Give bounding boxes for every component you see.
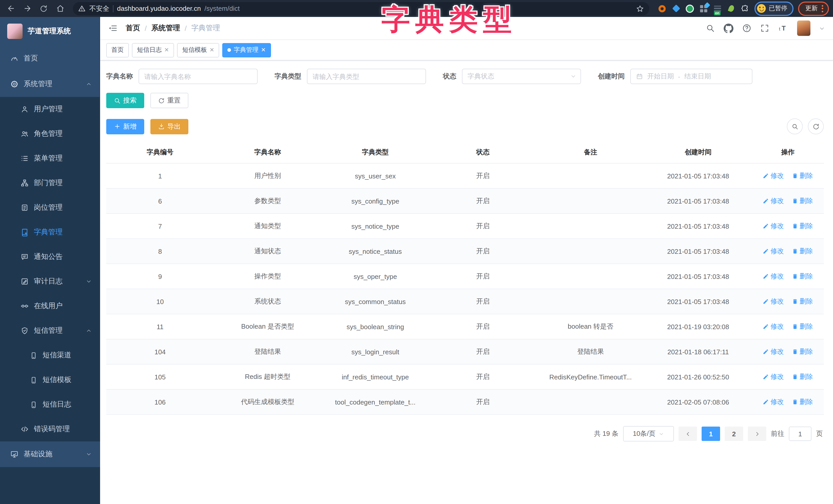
cell-type-link[interactable]: sys_notice_type — [322, 213, 429, 239]
tab-sms-log[interactable]: 短信日志✕ — [132, 43, 174, 57]
extension-green-icon[interactable] — [685, 4, 694, 13]
sidebar-item-posts[interactable]: 岗位管理 — [0, 195, 100, 220]
chevron-down-icon[interactable] — [819, 25, 825, 31]
edit-button[interactable]: 修改 — [763, 372, 784, 381]
delete-button[interactable]: 删除 — [792, 171, 813, 180]
sidebar-item-sms-log[interactable]: 短信日志 — [0, 392, 100, 417]
delete-button[interactable]: 删除 — [792, 397, 813, 407]
add-button[interactable]: 新增 — [106, 119, 144, 134]
sidebar-item-online-users[interactable]: 在线用户 — [0, 294, 100, 319]
edit-button[interactable]: 修改 — [763, 297, 784, 306]
font-size-icon[interactable]: tT — [778, 24, 788, 33]
reset-button[interactable]: 重置 — [150, 93, 188, 108]
sidebar-item-dict[interactable]: 字典管理 — [0, 220, 100, 245]
edit-button[interactable]: 修改 — [763, 196, 784, 206]
sidebar-item-users[interactable]: 用户管理 — [0, 97, 100, 122]
dict-table-body: 1 用户性别 sys_user_sex 开启 2021-01-05 17:03:… — [106, 163, 824, 414]
refresh-table-button[interactable] — [808, 119, 824, 134]
date-range-picker[interactable]: 开始日期 - 结束日期 — [630, 69, 753, 84]
cell-type-link[interactable]: sys_notice_status — [322, 239, 429, 264]
browser-forward-button[interactable] — [21, 2, 34, 15]
edit-button[interactable]: 修改 — [763, 322, 784, 331]
goto-page-input[interactable] — [789, 427, 811, 441]
delete-button[interactable]: 删除 — [792, 322, 813, 331]
browser-menu-icon[interactable] — [820, 5, 825, 12]
fullscreen-icon[interactable] — [760, 24, 769, 33]
delete-button[interactable]: 删除 — [792, 297, 813, 306]
browser-reload-button[interactable] — [37, 2, 50, 15]
update-button[interactable]: 更新 — [798, 1, 829, 16]
sidebar-item-menus[interactable]: 菜单管理 — [0, 146, 100, 171]
next-page-button[interactable] — [748, 427, 766, 441]
extension-gem-icon[interactable] — [671, 4, 681, 13]
show-search-button[interactable] — [787, 119, 803, 134]
browser-home-button[interactable] — [53, 2, 67, 15]
delete-button[interactable]: 删除 — [792, 347, 813, 356]
page-button-1[interactable]: 1 — [701, 427, 720, 441]
prev-page-button[interactable] — [679, 427, 697, 441]
breadcrumb-home[interactable]: 首页 — [126, 24, 140, 33]
sidebar-item-error-codes[interactable]: 错误码管理 — [0, 417, 100, 442]
page-button-2[interactable]: 2 — [725, 427, 743, 441]
cell-type-link[interactable]: inf_redis_timeout_type — [322, 364, 429, 389]
tab-label: 短信模板 — [182, 46, 207, 54]
delete-button[interactable]: 删除 — [792, 222, 813, 231]
github-icon[interactable] — [724, 23, 733, 33]
sidebar-group-audit-log[interactable]: 审计日志 — [0, 269, 100, 294]
cell-type-link[interactable]: sys_common_status — [322, 289, 429, 314]
tab-dict[interactable]: 字典管理✕ — [222, 43, 271, 57]
sidebar-item-sms-channel[interactable]: 短信渠道 — [0, 343, 100, 368]
sidebar-group-infrastructure[interactable]: 基础设施 — [0, 442, 100, 467]
edit-button[interactable]: 修改 — [763, 171, 784, 180]
delete-button[interactable]: 删除 — [792, 272, 813, 281]
sidebar-item-notices[interactable]: 通知公告 — [0, 245, 100, 269]
cell-type-link[interactable]: sys_oper_type — [322, 264, 429, 289]
extension-grid-icon[interactable] — [699, 4, 708, 13]
extension-orange-icon[interactable] — [658, 4, 667, 13]
sidebar-item-departments[interactable]: 部门管理 — [0, 171, 100, 195]
close-icon[interactable]: ✕ — [209, 47, 214, 53]
tab-home[interactable]: 首页 — [106, 43, 129, 57]
tab-sms-template[interactable]: 短信模板✕ — [177, 43, 219, 57]
browser-back-button[interactable] — [4, 2, 18, 15]
cell-type-link[interactable]: tool_codegen_template_t... — [322, 389, 429, 414]
help-icon[interactable] — [742, 24, 752, 33]
sidebar-item-home[interactable]: 首页 — [0, 46, 100, 71]
edit-button[interactable]: 修改 — [763, 247, 784, 256]
arrow-right-icon — [23, 4, 31, 13]
address-bar[interactable]: 不安全 dashboard.yudao.iocoder.cn/system/di… — [73, 2, 649, 15]
sidebar-item-sms-template[interactable]: 短信模板 — [0, 368, 100, 392]
page-size-select[interactable]: 10条/页 — [623, 426, 674, 442]
dict-name-input[interactable] — [139, 69, 258, 84]
bookmark-star-icon[interactable] — [636, 4, 644, 12]
extensions-puzzle-icon[interactable] — [741, 4, 750, 13]
cell-type-link[interactable]: sys_boolean_string — [322, 314, 429, 339]
status-select[interactable]: 字典状态 — [462, 69, 581, 84]
delete-button[interactable]: 删除 — [792, 372, 813, 381]
sidebar-group-system[interactable]: 系统管理 — [0, 71, 100, 97]
sidebar-fold-button[interactable] — [105, 22, 122, 35]
extension-on-icon[interactable]: on — [713, 4, 722, 13]
edit-button[interactable]: 修改 — [763, 272, 784, 281]
cell-type-link[interactable]: sys_config_type — [322, 188, 429, 213]
edit-button[interactable]: 修改 — [763, 222, 784, 231]
sidebar-item-roles[interactable]: 角色管理 — [0, 122, 100, 146]
close-icon[interactable]: ✕ — [164, 47, 169, 53]
cell-name: 登陆结果 — [214, 339, 321, 364]
profile-chip[interactable]: 已暂停 — [755, 1, 793, 16]
edit-button[interactable]: 修改 — [763, 347, 784, 356]
breadcrumb-system[interactable]: 系统管理 — [151, 24, 180, 33]
dict-type-input[interactable] — [307, 69, 426, 84]
export-button[interactable]: 导出 — [150, 119, 188, 134]
cell-type-link[interactable]: sys_login_result — [322, 339, 429, 364]
delete-button[interactable]: 删除 — [792, 196, 813, 206]
search-button[interactable]: 搜索 — [106, 93, 144, 108]
close-icon[interactable]: ✕ — [261, 47, 266, 53]
cell-type-link[interactable]: sys_user_sex — [322, 163, 429, 188]
edit-button[interactable]: 修改 — [763, 397, 784, 407]
extension-sprout-icon[interactable] — [727, 4, 736, 13]
sidebar-group-sms[interactable]: 短信管理 — [0, 319, 100, 343]
user-avatar[interactable] — [797, 21, 810, 36]
search-icon[interactable] — [706, 24, 715, 33]
delete-button[interactable]: 删除 — [792, 247, 813, 256]
